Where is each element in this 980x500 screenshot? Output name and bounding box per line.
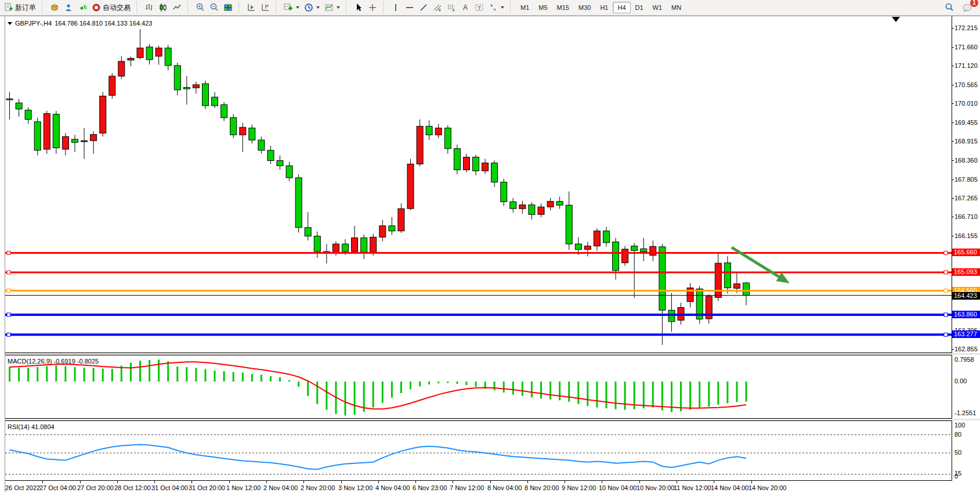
chart-profile-button[interactable]: [48, 1, 62, 14]
crosshair-icon: [368, 3, 377, 12]
time-tick-mark: [490, 481, 491, 483]
timeframe-button-m15[interactable]: M15: [552, 2, 574, 13]
equidistant-channel-button[interactable]: E: [431, 1, 444, 14]
chart-title: GBPJPY-,H4 164.786 164.810 164.133 164.4…: [8, 20, 152, 27]
line-chart-button[interactable]: [170, 1, 184, 14]
text-icon: A: [461, 3, 470, 12]
time-tick-mark: [229, 481, 230, 483]
svg-text:F: F: [453, 9, 455, 12]
chart-window: GBPJPY-,H4 164.786 164.810 164.133 164.4…: [0, 16, 980, 500]
price-tick-mark: [952, 66, 954, 66]
zoom-in-icon: [196, 3, 205, 12]
main-chart-canvas[interactable]: GBPJPY-,H4 164.786 164.810 164.133 164.4…: [5, 16, 952, 353]
price-line-badge: 163.860: [952, 311, 980, 318]
toolbar-separator: [238, 2, 242, 13]
candlestick-chart-button[interactable]: [156, 1, 170, 14]
toolbar-separator: [510, 2, 513, 13]
rsi-tick-label: 100: [954, 422, 965, 429]
notifications-button[interactable]: 1: [960, 1, 975, 14]
time-tick-mark: [42, 481, 43, 483]
horizontal-line-icon: [405, 3, 414, 12]
time-tick-mark: [677, 481, 677, 483]
time-tick-mark: [751, 481, 752, 483]
text-button[interactable]: A: [458, 1, 472, 14]
time-tick-label: 7 Nov 12:00: [450, 484, 484, 491]
arrows-button[interactable]: [486, 1, 507, 14]
arrows-caret-icon: [501, 6, 504, 9]
time-tick-label: 1 Nov 12:00: [226, 484, 261, 491]
zoom-out-icon: [209, 3, 219, 12]
zoom-in-button[interactable]: [193, 1, 207, 14]
price-tick-mark: [952, 103, 954, 104]
time-tick-label: 28 Oct 12:00: [114, 484, 151, 491]
search-button[interactable]: [942, 1, 956, 14]
time-tick-mark: [453, 481, 453, 483]
bar-chart-icon: [144, 3, 154, 12]
autotrading-icon: [92, 3, 101, 12]
timeframe-button-h4[interactable]: H4: [613, 2, 630, 13]
timeframe-button-w1[interactable]: W1: [648, 2, 667, 13]
zoom-out-button[interactable]: [207, 1, 221, 14]
new-order-icon: [4, 3, 13, 12]
price-scale[interactable]: 172.215171.660171.120170.565170.010169.4…: [952, 16, 980, 353]
market-watch-button[interactable]: [62, 1, 75, 14]
auto-scroll-button[interactable]: [244, 1, 258, 14]
cursor-button[interactable]: [352, 1, 366, 14]
timeframe-button-m30[interactable]: M30: [574, 2, 595, 13]
bar-chart-button[interactable]: [142, 1, 156, 14]
tile-windows-button[interactable]: [221, 1, 235, 14]
time-axis[interactable]: 26 Oct 202227 Oct 04:0027 Oct 20:0028 Oc…: [5, 481, 980, 492]
tile-windows-icon: [223, 3, 233, 12]
time-tick-label: 8 Nov 20:00: [525, 484, 559, 491]
toolbar-separator: [187, 2, 191, 13]
price-tick-mark: [952, 349, 954, 350]
timeframe-button-mn[interactable]: MN: [667, 2, 686, 13]
macd-scale[interactable]: 0.7958 0.00 -1.2551: [952, 355, 980, 419]
timeframe-group: M1M5M15M30H1H4D1W1MN: [516, 2, 686, 13]
price-tick-mark: [952, 28, 954, 28]
trendline-icon: [419, 3, 428, 12]
macd-pane-canvas[interactable]: MACD(12,26,9) -0.6919 -0.8025: [5, 355, 952, 419]
time-tick-mark: [154, 481, 155, 483]
periods-caret-icon: [316, 6, 320, 9]
vertical-line-button[interactable]: [389, 1, 403, 14]
time-tick-label: 14 Nov 20:00: [748, 484, 786, 491]
fibonacci-button[interactable]: F: [444, 1, 458, 14]
signals-button[interactable]: [75, 1, 89, 14]
time-tick-mark: [415, 481, 416, 483]
auto-scroll-icon: [247, 3, 256, 12]
candlestick-plot[interactable]: [5, 16, 952, 353]
timeframe-button-d1[interactable]: D1: [631, 2, 648, 13]
rsi-pane-canvas[interactable]: RSI(14) 41.0804: [5, 420, 952, 481]
templates-button[interactable]: [322, 1, 342, 14]
timeframe-button-m5[interactable]: M5: [534, 2, 552, 13]
toolbar-separator: [136, 2, 140, 13]
toolbar-separator: [383, 2, 386, 13]
price-tick-mark: [952, 179, 954, 180]
rsi-scale[interactable]: 1008050150: [952, 420, 980, 481]
price-tick-label: 171.660: [954, 44, 978, 51]
time-tick-label: 27 Oct 20:00: [77, 484, 114, 491]
timeframe-button-h1[interactable]: H1: [595, 2, 613, 13]
macd-tick-label: -1.2551: [954, 410, 976, 416]
time-tick-label: 10 Nov 04:00: [599, 484, 637, 491]
time-tick-label: 9 Nov 12:00: [562, 484, 596, 491]
rsi-tick-label: 0: [954, 473, 958, 480]
time-tick-label: 26 Oct 2022: [5, 484, 40, 491]
chart-shift-button[interactable]: [258, 1, 272, 14]
price-tick-mark: [952, 217, 954, 217]
time-tick-label: 14 Nov 04:00: [711, 484, 748, 491]
time-tick-label: 31 Oct 04:00: [151, 484, 188, 491]
autotrading-button[interactable]: 自动交易: [89, 1, 133, 14]
indicators-button[interactable]: [281, 1, 302, 14]
trendline-button[interactable]: [417, 1, 431, 14]
periods-button[interactable]: [302, 1, 322, 14]
crosshair-button[interactable]: [366, 1, 379, 14]
new-order-button[interactable]: 新订单: [2, 1, 38, 14]
chart-shift-marker-icon[interactable]: [892, 17, 900, 22]
text-label-button[interactable]: T: [472, 1, 486, 14]
time-tick-mark: [117, 481, 118, 483]
timeframe-button-m1[interactable]: M1: [516, 2, 534, 13]
templates-caret-icon: [337, 6, 340, 9]
horizontal-line-button[interactable]: [403, 1, 417, 14]
